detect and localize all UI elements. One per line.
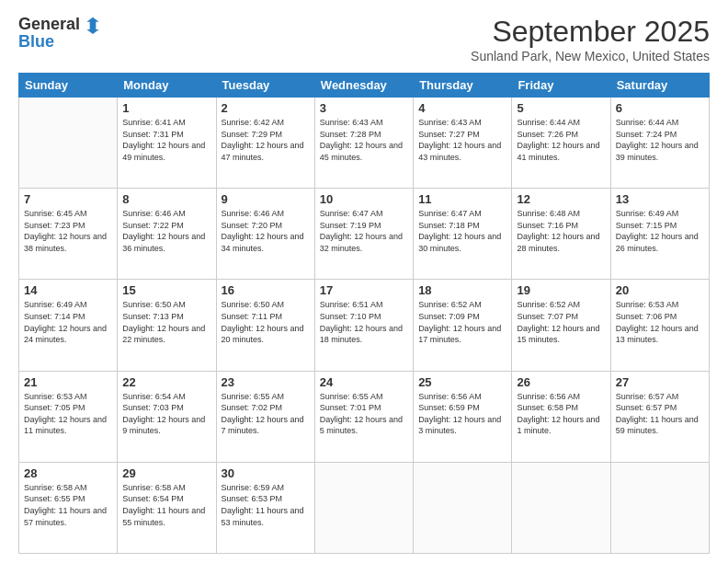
calendar-cell: 17Sunrise: 6:51 AM Sunset: 7:10 PM Dayli…	[314, 280, 413, 371]
calendar-cell	[414, 462, 512, 553]
day-number: 13	[616, 192, 704, 206]
day-info: Sunrise: 6:44 AM Sunset: 7:24 PM Dayligh…	[616, 117, 704, 163]
calendar-cell: 12Sunrise: 6:48 AM Sunset: 7:16 PM Dayli…	[512, 189, 610, 280]
day-info: Sunrise: 6:55 AM Sunset: 7:01 PM Dayligh…	[320, 391, 408, 437]
calendar-cell: 25Sunrise: 6:56 AM Sunset: 6:59 PM Dayli…	[414, 371, 512, 462]
calendar-cell: 6Sunrise: 6:44 AM Sunset: 7:24 PM Daylig…	[610, 98, 709, 189]
day-info: Sunrise: 6:56 AM Sunset: 6:58 PM Dayligh…	[517, 391, 605, 437]
month-title: September 2025	[471, 15, 710, 49]
col-friday: Friday	[512, 74, 610, 98]
day-number: 23	[222, 375, 310, 389]
day-number: 19	[517, 283, 605, 297]
day-number: 17	[320, 283, 408, 297]
col-saturday: Saturday	[610, 74, 709, 98]
logo-text: General	[18, 15, 102, 34]
logo-general: General	[18, 15, 80, 34]
calendar-table: Sunday Monday Tuesday Wednesday Thursday…	[18, 73, 710, 554]
calendar-cell: 15Sunrise: 6:50 AM Sunset: 7:13 PM Dayli…	[118, 280, 216, 371]
day-info: Sunrise: 6:51 AM Sunset: 7:10 PM Dayligh…	[320, 299, 408, 345]
day-info: Sunrise: 6:50 AM Sunset: 7:11 PM Dayligh…	[222, 299, 310, 345]
calendar-cell	[512, 462, 610, 553]
day-info: Sunrise: 6:44 AM Sunset: 7:26 PM Dayligh…	[517, 117, 605, 163]
day-info: Sunrise: 6:46 AM Sunset: 7:22 PM Dayligh…	[122, 208, 210, 254]
day-info: Sunrise: 6:58 AM Sunset: 6:54 PM Dayligh…	[122, 482, 210, 528]
day-number: 11	[418, 192, 506, 206]
day-number: 15	[122, 283, 210, 297]
day-info: Sunrise: 6:52 AM Sunset: 7:09 PM Dayligh…	[418, 299, 506, 345]
calendar-cell: 13Sunrise: 6:49 AM Sunset: 7:15 PM Dayli…	[610, 189, 709, 280]
day-number: 9	[222, 192, 310, 206]
calendar-cell: 14Sunrise: 6:49 AM Sunset: 7:14 PM Dayli…	[19, 280, 118, 371]
logo: General Blue	[18, 15, 102, 52]
day-number: 26	[517, 375, 605, 389]
calendar-cell: 16Sunrise: 6:50 AM Sunset: 7:11 PM Dayli…	[216, 280, 314, 371]
calendar-week-1: 1Sunrise: 6:41 AM Sunset: 7:31 PM Daylig…	[19, 98, 710, 189]
day-number: 3	[320, 101, 408, 115]
header: General Blue September 2025 Sunland Park…	[18, 15, 710, 63]
calendar-body: 1Sunrise: 6:41 AM Sunset: 7:31 PM Daylig…	[19, 98, 710, 554]
day-number: 14	[24, 283, 112, 297]
calendar-cell: 26Sunrise: 6:56 AM Sunset: 6:58 PM Dayli…	[512, 371, 610, 462]
calendar-week-3: 14Sunrise: 6:49 AM Sunset: 7:14 PM Dayli…	[19, 280, 710, 371]
day-number: 29	[122, 466, 210, 480]
day-info: Sunrise: 6:46 AM Sunset: 7:20 PM Dayligh…	[222, 208, 310, 254]
day-info: Sunrise: 6:45 AM Sunset: 7:23 PM Dayligh…	[24, 208, 112, 254]
day-info: Sunrise: 6:49 AM Sunset: 7:14 PM Dayligh…	[24, 299, 112, 345]
day-number: 10	[320, 192, 408, 206]
day-number: 20	[616, 283, 704, 297]
calendar-cell: 23Sunrise: 6:55 AM Sunset: 7:02 PM Dayli…	[216, 371, 314, 462]
calendar-cell: 8Sunrise: 6:46 AM Sunset: 7:22 PM Daylig…	[118, 189, 216, 280]
calendar-cell	[610, 462, 709, 553]
day-info: Sunrise: 6:58 AM Sunset: 6:55 PM Dayligh…	[24, 482, 112, 528]
logo-blue-label: Blue	[18, 32, 54, 51]
day-info: Sunrise: 6:50 AM Sunset: 7:13 PM Dayligh…	[122, 299, 210, 345]
day-number: 21	[24, 375, 112, 389]
calendar-cell: 7Sunrise: 6:45 AM Sunset: 7:23 PM Daylig…	[19, 189, 118, 280]
calendar-cell: 18Sunrise: 6:52 AM Sunset: 7:09 PM Dayli…	[414, 280, 512, 371]
day-info: Sunrise: 6:43 AM Sunset: 7:28 PM Dayligh…	[320, 117, 408, 163]
calendar-cell: 9Sunrise: 6:46 AM Sunset: 7:20 PM Daylig…	[216, 189, 314, 280]
day-number: 12	[517, 192, 605, 206]
calendar-cell: 1Sunrise: 6:41 AM Sunset: 7:31 PM Daylig…	[118, 98, 216, 189]
day-number: 8	[122, 192, 210, 206]
calendar-cell: 27Sunrise: 6:57 AM Sunset: 6:57 PM Dayli…	[610, 371, 709, 462]
col-monday: Monday	[118, 74, 216, 98]
day-number: 28	[24, 466, 112, 480]
calendar-cell: 19Sunrise: 6:52 AM Sunset: 7:07 PM Dayli…	[512, 280, 610, 371]
calendar-cell: 21Sunrise: 6:53 AM Sunset: 7:05 PM Dayli…	[19, 371, 118, 462]
day-number: 27	[616, 375, 704, 389]
logo-icon	[84, 16, 102, 34]
calendar-cell: 20Sunrise: 6:53 AM Sunset: 7:06 PM Dayli…	[610, 280, 709, 371]
day-info: Sunrise: 6:49 AM Sunset: 7:15 PM Dayligh…	[616, 208, 704, 254]
calendar-week-5: 28Sunrise: 6:58 AM Sunset: 6:55 PM Dayli…	[19, 462, 710, 553]
day-number: 18	[418, 283, 506, 297]
logo-blue-text: Blue	[18, 32, 54, 52]
calendar-week-4: 21Sunrise: 6:53 AM Sunset: 7:05 PM Dayli…	[19, 371, 710, 462]
calendar-cell: 10Sunrise: 6:47 AM Sunset: 7:19 PM Dayli…	[314, 189, 413, 280]
day-info: Sunrise: 6:42 AM Sunset: 7:29 PM Dayligh…	[222, 117, 310, 163]
day-info: Sunrise: 6:57 AM Sunset: 6:57 PM Dayligh…	[616, 391, 704, 437]
day-number: 1	[122, 101, 210, 115]
day-info: Sunrise: 6:43 AM Sunset: 7:27 PM Dayligh…	[418, 117, 506, 163]
calendar-cell: 4Sunrise: 6:43 AM Sunset: 7:27 PM Daylig…	[414, 98, 512, 189]
day-info: Sunrise: 6:53 AM Sunset: 7:05 PM Dayligh…	[24, 391, 112, 437]
day-number: 24	[320, 375, 408, 389]
col-wednesday: Wednesday	[314, 74, 413, 98]
day-info: Sunrise: 6:53 AM Sunset: 7:06 PM Dayligh…	[616, 299, 704, 345]
col-sunday: Sunday	[19, 74, 118, 98]
calendar-cell: 5Sunrise: 6:44 AM Sunset: 7:26 PM Daylig…	[512, 98, 610, 189]
day-number: 5	[517, 101, 605, 115]
day-number: 6	[616, 101, 704, 115]
calendar-cell: 11Sunrise: 6:47 AM Sunset: 7:18 PM Dayli…	[414, 189, 512, 280]
calendar-cell	[19, 98, 118, 189]
day-number: 4	[418, 101, 506, 115]
day-number: 30	[222, 466, 310, 480]
day-number: 16	[222, 283, 310, 297]
page: General Blue September 2025 Sunland Park…	[0, 0, 728, 563]
day-info: Sunrise: 6:56 AM Sunset: 6:59 PM Dayligh…	[418, 391, 506, 437]
day-info: Sunrise: 6:59 AM Sunset: 6:53 PM Dayligh…	[222, 482, 310, 528]
calendar-cell: 3Sunrise: 6:43 AM Sunset: 7:28 PM Daylig…	[314, 98, 413, 189]
day-info: Sunrise: 6:47 AM Sunset: 7:19 PM Dayligh…	[320, 208, 408, 254]
calendar-cell	[314, 462, 413, 553]
day-number: 22	[122, 375, 210, 389]
